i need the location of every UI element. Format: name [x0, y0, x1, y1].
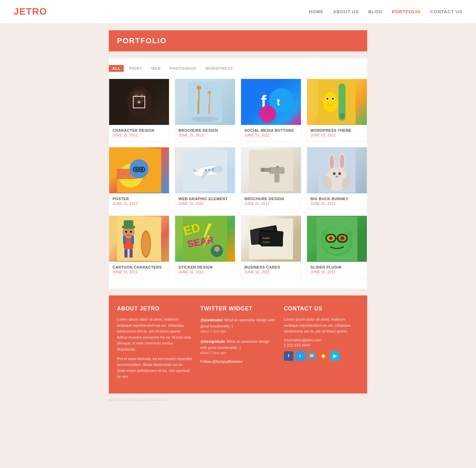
svg-point-24 — [323, 92, 338, 112]
svg-point-63 — [336, 176, 338, 178]
tweet-2: @designdude What an awesome design with … — [200, 338, 275, 355]
footer-about-title: ABOUT JETRO — [117, 306, 192, 312]
hero-banner: PORTFOLIO — [109, 30, 367, 51]
nav-about[interactable]: ABOUT US — [333, 9, 359, 14]
tweet-2-time: about 2 hour ago — [200, 351, 275, 355]
portfolio-thumb-3: f t — [241, 79, 301, 125]
portfolio-thumb-11: Collis Ta'eed — [241, 216, 301, 262]
portfolio-title-8: BIG BUCK BUNNEY — [310, 197, 363, 201]
portfolio-title-5: POSTER — [113, 197, 166, 201]
portfolio-item[interactable]: + CHARACTER DESIGN JUNE 15, 2012 — [109, 79, 169, 142]
svg-point-57 — [329, 155, 334, 169]
thumb-content-2 — [175, 79, 235, 125]
portfolio-title-11: BUSINESS CARDS — [244, 265, 298, 269]
svg-point-84 — [214, 246, 220, 252]
thumb-content-5 — [109, 147, 169, 193]
filter-all[interactable]: ALL — [109, 65, 124, 72]
social-icons: f t ✉ ◉ ▶ — [284, 351, 359, 361]
footer: ABOUT JETRO Lorem ipsum dolor sit amet, … — [0, 289, 476, 405]
thumb-content-10: ED SEAR — [175, 216, 235, 262]
nav-home[interactable]: HOME — [309, 9, 323, 14]
nav-contact[interactable]: CONTACT US — [430, 9, 462, 14]
portfolio-date-5: JUNE 15, 2012 — [113, 202, 166, 206]
tweet-2-handle[interactable]: @designdude — [200, 339, 225, 343]
portfolio-title-1: CHARACTER DESIGN — [113, 128, 166, 132]
facebook-icon[interactable]: f — [284, 351, 293, 361]
email-icon[interactable]: ✉ — [307, 351, 317, 361]
logo-ro: RO — [32, 6, 47, 17]
footer-contact-text: Lorem ipsum dolor sit amet, malorum rect… — [284, 317, 359, 335]
portfolio-date-4: JUNE 15, 2012 — [310, 133, 363, 137]
portfolio-thumb-8 — [307, 147, 367, 193]
svg-rect-74 — [130, 249, 133, 258]
footer-about-text2: Pro et erant delicata, ea vim essent imp… — [117, 356, 192, 380]
portfolio-title-3: SOCIAL MEDIA BUTTONS — [244, 128, 298, 132]
portfolio-thumb-1: + — [109, 79, 169, 125]
vimeo-icon[interactable]: ▶ — [330, 351, 340, 361]
portfolio-thumb-5 — [109, 147, 169, 193]
portfolio-title-12: SLIDER PLUGIN — [310, 265, 363, 269]
portfolio-item[interactable]: Collis Ta'eed BUSINESS CARDS JUNE 15, 20… — [241, 215, 301, 278]
svg-rect-52 — [276, 166, 279, 168]
portfolio-date-11: JUNE 15, 2012 — [244, 270, 298, 274]
main-nav: HOME ABOUT US BLOG PORTFOLIO CONTACT US — [309, 9, 462, 14]
svg-point-102 — [321, 231, 327, 237]
portfolio-title-10: STICKER DESIGN — [178, 265, 232, 269]
portfolio-item[interactable]: f t SOCIAL MEDIA BUTTONS JUNE 15, 2012 — [241, 79, 301, 142]
portfolio-item[interactable]: BROCHURE DESIGN JUNE 15, 2012 — [241, 147, 301, 210]
portfolio-item[interactable]: POSTER JUNE 15, 2012 — [109, 147, 169, 210]
tweet-1-time: about 1 hour ago — [200, 329, 275, 333]
portfolio-item[interactable]: SLIDER PLUGIN JUNE 15, 2012 — [307, 215, 367, 278]
portfolio-title-4: WORDPRESS THEME — [310, 128, 363, 132]
portfolio-info-7: BROCHURE DESIGN JUNE 15, 2012 — [241, 193, 301, 210]
portfolio-title-6: WEB GRAPHIC ELEMENT — [178, 197, 232, 201]
nav-blog[interactable]: BLOG — [368, 9, 382, 14]
logo[interactable]: JETRO — [14, 6, 47, 17]
svg-rect-9 — [198, 88, 200, 101]
svg-rect-76 — [124, 220, 133, 228]
thumb-content-7 — [241, 147, 301, 193]
portfolio-item[interactable]: WEB GRAPHIC ELEMENT JUNE 15, 2012 — [175, 147, 235, 210]
portfolio-thumb-2 — [175, 79, 235, 125]
footer-about: ABOUT JETRO Lorem ipsum dolor sit amet, … — [117, 306, 192, 383]
filter-photoshop[interactable]: PHOTOSHOP — [166, 65, 200, 72]
filter-web[interactable]: WEB — [148, 65, 164, 72]
portfolio-date-12: JUNE 15, 2012 — [310, 270, 363, 274]
header: JETRO HOME ABOUT US BLOG PORTFOLIO CONTA… — [0, 0, 476, 23]
portfolio-thumb-6 — [175, 147, 235, 193]
portfolio-info-11: BUSINESS CARDS JUNE 15, 2012 — [241, 262, 301, 278]
svg-point-28 — [332, 98, 334, 100]
follow-link[interactable]: Follow @bestpsdfreebies — [200, 359, 275, 364]
portfolio-thumb-4 — [307, 79, 367, 125]
thumb-content-3: f t — [241, 79, 301, 125]
filter-print[interactable]: PRINT — [126, 65, 146, 72]
portfolio-item[interactable]: ED SEAR STICKER — [175, 215, 235, 278]
plus-icon: + — [133, 96, 145, 108]
filter-wordpress[interactable]: WORDPRESS — [202, 65, 236, 72]
rss-icon[interactable]: ◉ — [319, 351, 328, 361]
hover-overlay: + — [109, 79, 169, 125]
bottom-footer: www.thevintagephotographersalliance.com — [0, 393, 476, 405]
portfolio-item[interactable]: WORDPRESS THEME JUNE 15, 2012 — [307, 79, 367, 142]
svg-rect-15 — [209, 90, 210, 92]
tweet-1-handle[interactable]: @pixelmater — [200, 318, 223, 322]
svg-point-100 — [329, 237, 333, 240]
svg-rect-73 — [124, 249, 128, 258]
portfolio-item[interactable]: BIG BUCK BUNNEY JUNE 15, 2012 — [307, 147, 367, 210]
portfolio-item[interactable]: CARTOON CHARACTERS JUNE 15, 2012 — [109, 215, 169, 278]
footer-twitter: TWITTER WIDGET @pixelmater What an aweso… — [200, 306, 275, 383]
portfolio-date-3: JUNE 15, 2012 — [244, 133, 298, 137]
nav-portfolio[interactable]: PORTFOLIO — [392, 9, 421, 14]
thumb-content-8 — [307, 147, 367, 193]
logo-jet: JET — [14, 6, 32, 17]
portfolio-thumb-12 — [307, 216, 367, 262]
svg-rect-72 — [131, 236, 134, 244]
portfolio-date-10: JUNE 15, 2012 — [178, 270, 232, 274]
portfolio-info-6: WEB GRAPHIC ELEMENT JUNE 15, 2012 — [175, 193, 235, 210]
svg-rect-71 — [123, 236, 126, 244]
filter-bar: ALL PRINT WEB PHOTOSHOP WORDPRESS — [109, 65, 367, 79]
svg-point-51 — [260, 168, 265, 172]
portfolio-info-1: CHARACTER DESIGN JUNE 15, 2012 — [109, 125, 169, 141]
portfolio-item[interactable]: BROCHURE DESIGN JUNE 15, 2012 — [175, 79, 235, 142]
twitter-icon[interactable]: t — [295, 351, 305, 361]
